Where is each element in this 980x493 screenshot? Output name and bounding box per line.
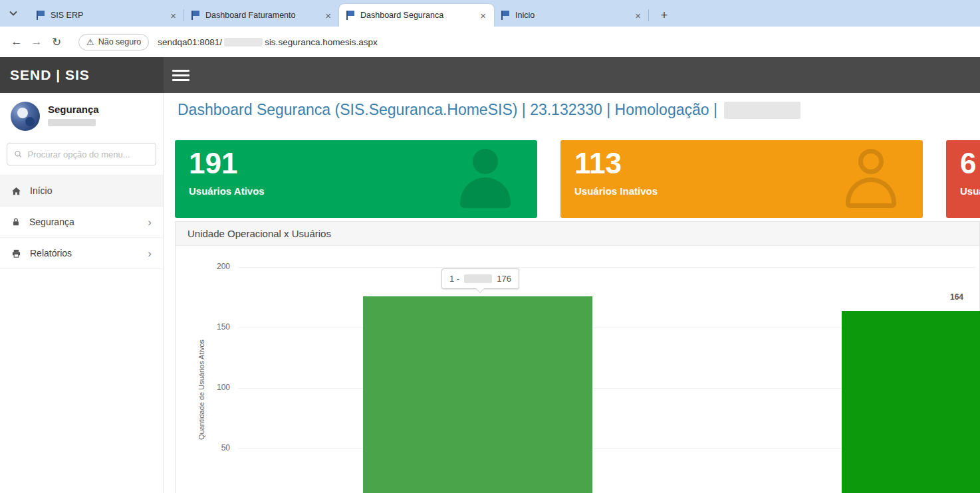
chevron-down-icon (9, 11, 17, 16)
redacted-company-name (48, 119, 96, 126)
product-name: Segurança (48, 104, 99, 115)
tab-title: Dashboard Seguranca (360, 11, 473, 20)
close-icon[interactable]: × (169, 10, 178, 21)
tooltip-category: 1 - (449, 274, 459, 284)
redacted-environment-name (724, 102, 800, 119)
y-tick-label: 200 (207, 262, 230, 271)
card-usuarios-inativos[interactable]: 113 Usuários Inativos (560, 140, 923, 218)
url-prefix: sendqa01:8081/ (158, 37, 222, 47)
gridline (238, 267, 975, 268)
home-icon (11, 186, 21, 196)
card-value: 6 (960, 147, 976, 180)
sidebar: Segurança Início Segurança › Relatórios … (0, 93, 164, 493)
chart-tooltip: 1 - 176 (441, 268, 519, 289)
card-label: Usuários Inativos (574, 185, 658, 197)
panel-title: Unidade Operacional x Usuários (176, 222, 979, 246)
sidebar-menu: Início Segurança › Relatórios › (0, 175, 163, 269)
sidebar-toggle-button[interactable] (172, 70, 189, 84)
page-title-text: Dashboard Seguranca (SIS.Seguranca.HomeS… (178, 101, 717, 119)
menu-search-input[interactable] (28, 149, 149, 159)
y-tick-label: 150 (207, 322, 230, 332)
tab-dashboard-faturamento[interactable]: Dashboard Faturamento × (184, 4, 339, 27)
security-label: Não seguro (98, 37, 142, 47)
warning-icon: ⚠ (86, 37, 94, 47)
tab-favicon (36, 11, 45, 20)
y-tick-label: 50 (207, 443, 230, 452)
sidebar-logo-row: Segurança (0, 93, 163, 138)
redacted-url-segment (224, 38, 263, 47)
tab-title: Dashboard Faturamento (205, 11, 318, 20)
sidebar-item-label: Relatórios (30, 248, 72, 258)
bar-chart: 200 150 100 50 Quantidade de Usuários At… (176, 246, 979, 493)
app-brand: SEND | SIS (0, 57, 164, 93)
card-label: Usuár (960, 185, 980, 197)
browser-navbar: ← → ↻ ⚠ Não seguro sendqa01:8081/ sis.se… (0, 27, 980, 57)
tab-title: Inicio (515, 11, 628, 20)
redacted-tooltip-text (464, 274, 492, 283)
printer-icon (11, 248, 21, 258)
card-value: 191 (189, 147, 237, 180)
refresh-button[interactable]: ↻ (47, 35, 66, 49)
sidebar-item-relatorios[interactable]: Relatórios › (0, 238, 163, 269)
user-outline-icon (840, 149, 902, 210)
tab-favicon (501, 11, 510, 20)
tab-favicon (346, 11, 355, 20)
card-value: 113 (574, 147, 622, 180)
chart-bar[interactable] (842, 311, 980, 493)
stat-cards: 191 Usuários Ativos 113 Usuários Inativo… (175, 140, 980, 218)
card-usuarios-terceiro[interactable]: 6 Usuár (946, 140, 980, 218)
back-button[interactable]: ← (7, 35, 27, 49)
user-icon (455, 149, 516, 210)
sidebar-item-seguranca[interactable]: Segurança › (0, 207, 163, 238)
tooltip-value: 176 (497, 274, 511, 284)
url-suffix: sis.seguranca.homesis.aspx (265, 37, 378, 47)
browser-window: SIS ERP × Dashboard Faturamento × Dashbo… (0, 0, 980, 493)
bar-value-label: 164 (941, 292, 972, 302)
close-icon[interactable]: × (479, 10, 487, 21)
chevron-right-icon: › (148, 248, 152, 259)
card-label: Usuários Ativos (189, 185, 265, 197)
tab-favicon (191, 11, 200, 20)
app-logo-icon (11, 102, 40, 131)
security-badge[interactable]: ⚠ Não seguro (78, 34, 149, 50)
chevron-right-icon: › (148, 217, 152, 228)
new-tab-button[interactable]: + (656, 7, 673, 24)
tab-inicio[interactable]: Inicio × (494, 4, 649, 27)
tab-title: SIS ERP (51, 11, 164, 20)
browser-tab-strip: SIS ERP × Dashboard Faturamento × Dashbo… (0, 0, 980, 27)
y-tick-label: 100 (207, 383, 230, 392)
chart-panel: Unidade Operacional x Usuários 200 150 1… (175, 221, 980, 493)
lock-icon (11, 217, 21, 227)
page-title: Dashboard Seguranca (SIS.Seguranca.HomeS… (178, 101, 800, 119)
sidebar-item-inicio[interactable]: Início (0, 175, 163, 207)
main-content: Dashboard Seguranca (SIS.Seguranca.HomeS… (164, 93, 980, 493)
app-header: SEND | SIS (0, 57, 980, 93)
tab-search-button[interactable] (5, 5, 21, 21)
sidebar-item-label: Início (30, 185, 52, 196)
chart-bar[interactable] (363, 296, 592, 493)
search-icon (14, 149, 23, 159)
address-bar[interactable]: sendqa01:8081/ sis.seguranca.homesis.asp… (158, 37, 377, 47)
tab-sis-erp[interactable]: SIS ERP × (29, 4, 184, 27)
menu-search-box[interactable] (7, 143, 156, 165)
close-icon[interactable]: × (324, 10, 332, 21)
sidebar-item-label: Segurança (29, 217, 74, 227)
close-icon[interactable]: × (634, 10, 642, 21)
forward-button[interactable]: → (27, 35, 47, 49)
y-axis-label: Quantidade de Usuários Ativos (197, 286, 205, 493)
tab-dashboard-seguranca[interactable]: Dashboard Seguranca × (339, 4, 494, 27)
card-usuarios-ativos[interactable]: 191 Usuários Ativos (175, 140, 537, 218)
